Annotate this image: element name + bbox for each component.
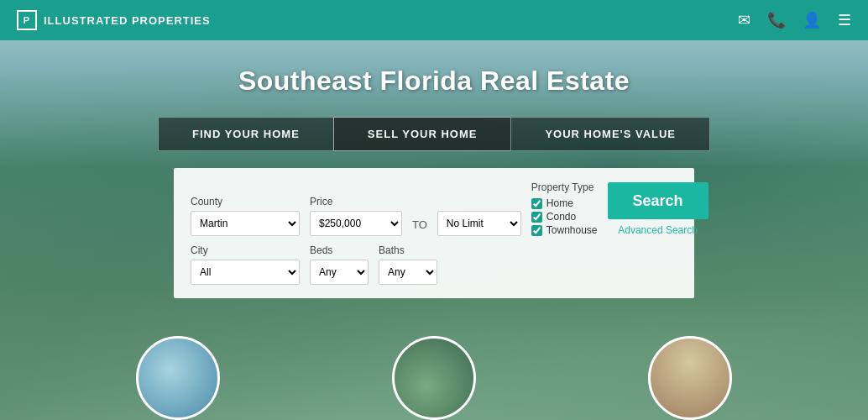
no-limit-group: No Limit $500,000 $750,000 $1,000,000 $2… xyxy=(437,197,521,236)
tab-buttons: FIND YOUR HOME SELL YOUR HOME YOUR HOME'… xyxy=(158,117,710,151)
tab-home-value[interactable]: YOUR HOME'S VALUE xyxy=(510,117,710,151)
checkbox-townhouse: Townhouse xyxy=(531,224,598,236)
search-panel: County Martin Palm Beach Broward Miami-D… xyxy=(174,168,694,298)
search-button[interactable]: Search xyxy=(608,182,709,219)
tab-sell-home[interactable]: SELL YOUR HOME xyxy=(333,117,511,151)
logo: P Illustrated Properties xyxy=(17,10,211,30)
beds-group: Beds Any 1 2 3 4 5+ xyxy=(310,244,369,285)
advanced-search-link[interactable]: Advanced Search xyxy=(618,224,698,236)
hero-content: Southeast Florida Real Estate FIND YOUR … xyxy=(0,40,868,420)
townhouse-checkbox[interactable] xyxy=(531,225,542,236)
baths-select[interactable]: Any 1 2 3 4+ xyxy=(379,260,437,285)
logo-text: Illustrated Properties xyxy=(44,14,211,27)
condo-checkbox[interactable] xyxy=(531,212,542,223)
hero-title: Southeast Florida Real Estate xyxy=(238,66,630,97)
tab-find-home[interactable]: FIND YOUR HOME xyxy=(158,117,333,151)
email-icon[interactable]: ✉ xyxy=(738,11,750,29)
property-type-group: Property Type Home Condo Townhouse xyxy=(531,181,598,236)
phone-icon[interactable]: 📞 xyxy=(767,11,786,29)
home-label: Home xyxy=(546,197,573,209)
logo-icon: P xyxy=(17,10,37,30)
county-label: County xyxy=(191,196,300,207)
beds-label: Beds xyxy=(310,244,369,256)
menu-icon[interactable]: ☰ xyxy=(838,11,851,29)
search-row-2: City All Stuart Palm Beach Gardens Jupit… xyxy=(191,244,677,285)
price-select[interactable]: $250,000 $300,000 $400,000 $500,000 $750… xyxy=(310,211,402,236)
user-icon[interactable]: 👤 xyxy=(803,11,821,29)
search-right: Search Advanced Search xyxy=(608,182,709,236)
townhouse-label: Townhouse xyxy=(546,224,598,236)
beds-select[interactable]: Any 1 2 3 4 5+ xyxy=(310,260,369,285)
baths-label: Baths xyxy=(379,244,437,256)
to-label: TO xyxy=(412,218,427,236)
price-label: Price xyxy=(310,196,402,207)
checkbox-condo: Condo xyxy=(531,211,598,223)
home-checkbox[interactable] xyxy=(531,198,542,209)
price-group: Price $250,000 $300,000 $400,000 $500,00… xyxy=(310,196,402,236)
header: P Illustrated Properties ✉ 📞 👤 ☰ xyxy=(0,0,868,40)
city-label: City xyxy=(191,244,300,256)
search-row-1: County Martin Palm Beach Broward Miami-D… xyxy=(191,181,677,236)
baths-group: Baths Any 1 2 3 4+ xyxy=(379,244,437,285)
county-select[interactable]: Martin Palm Beach Broward Miami-Dade xyxy=(191,211,300,236)
header-icons: ✉ 📞 👤 ☰ xyxy=(738,11,851,29)
property-type-label: Property Type xyxy=(531,181,598,193)
checkbox-home: Home xyxy=(531,197,598,209)
city-select[interactable]: All Stuart Palm Beach Gardens Jupiter Ho… xyxy=(191,260,300,285)
no-limit-select[interactable]: No Limit $500,000 $750,000 $1,000,000 $2… xyxy=(437,211,521,236)
condo-label: Condo xyxy=(546,211,576,223)
county-group: County Martin Palm Beach Broward Miami-D… xyxy=(191,196,300,236)
city-group: City All Stuart Palm Beach Gardens Jupit… xyxy=(191,244,300,285)
